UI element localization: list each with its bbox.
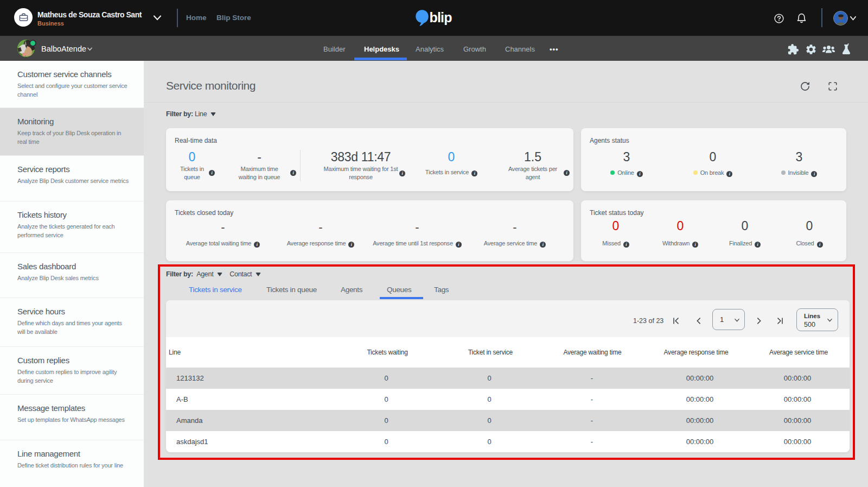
svg-text:blip: blip: [430, 10, 452, 25]
